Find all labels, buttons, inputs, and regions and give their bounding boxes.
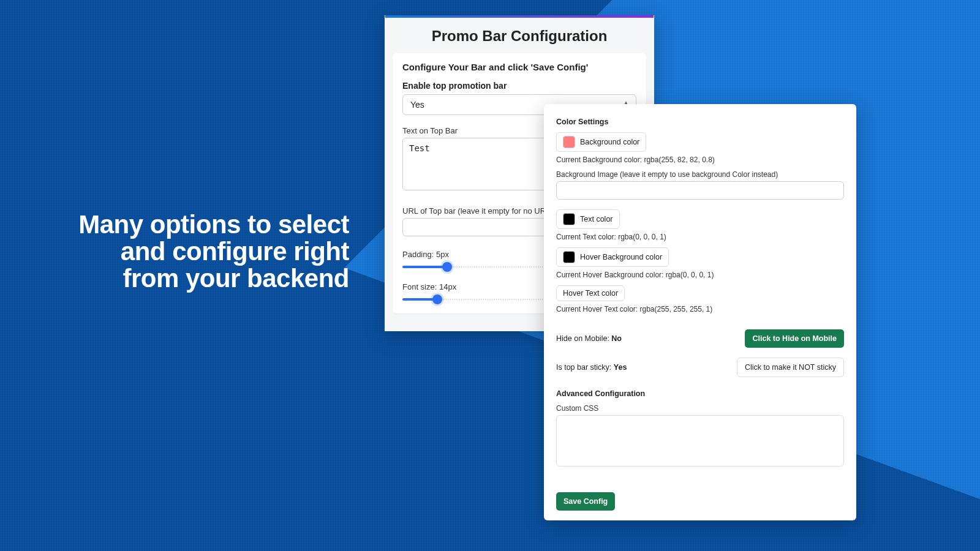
background-image-label: Background Image (leave it empty to use … — [556, 170, 844, 179]
hide-on-mobile-status: Hide on Mobile: No — [556, 334, 622, 343]
hover-bg-color-picker[interactable]: Hover Background color — [556, 247, 669, 267]
page-title: Promo Bar Configuration — [385, 18, 654, 53]
toggle-sticky-button[interactable]: Click to make it NOT sticky — [737, 358, 844, 377]
background-color-readout: Current Background color: rgba(255, 82, … — [556, 156, 844, 164]
text-color-readout: Current Text color: rgba(0, 0, 0, 1) — [556, 233, 844, 241]
text-color-picker[interactable]: Text color — [556, 209, 620, 229]
color-settings-panel: Color Settings Background color Current … — [544, 104, 856, 520]
marketing-tagline: Many options to select and configure rig… — [61, 211, 349, 292]
hover-bg-color-label: Hover Background color — [580, 253, 662, 261]
background-color-label: Background color — [580, 138, 639, 146]
sticky-status: Is top bar sticky: Yes — [556, 363, 627, 372]
hover-bg-color-readout: Current Hover Background color: rgba(0, … — [556, 271, 844, 279]
color-settings-title: Color Settings — [556, 118, 844, 126]
custom-css-input[interactable] — [556, 415, 844, 467]
background-color-swatch — [563, 136, 575, 148]
background-color-picker[interactable]: Background color — [556, 132, 646, 152]
hide-on-mobile-button[interactable]: Click to Hide on Mobile — [745, 329, 844, 348]
hover-text-color-label: Hover Text color — [563, 289, 618, 298]
padding-slider-thumb[interactable] — [442, 262, 452, 272]
hover-text-color-readout: Current Hover Text color: rgba(255, 255,… — [556, 305, 844, 313]
hover-bg-color-swatch — [563, 251, 575, 263]
background-image-input[interactable] — [556, 181, 844, 200]
custom-css-label: Custom CSS — [556, 404, 844, 413]
card-subtitle: Configure Your Bar and click 'Save Confi… — [402, 62, 636, 72]
text-color-swatch — [563, 213, 575, 225]
text-color-label: Text color — [580, 215, 613, 223]
padding-slider-fill — [402, 266, 447, 268]
advanced-config-title: Advanced Configuration — [556, 389, 844, 398]
hover-text-color-picker[interactable]: Hover Text color — [556, 285, 625, 301]
fontsize-slider-thumb[interactable] — [432, 294, 442, 304]
enable-label: Enable top promotion bar — [402, 81, 636, 91]
enable-select-value: Yes — [410, 100, 424, 110]
save-config-button[interactable]: Save Config — [556, 492, 615, 511]
